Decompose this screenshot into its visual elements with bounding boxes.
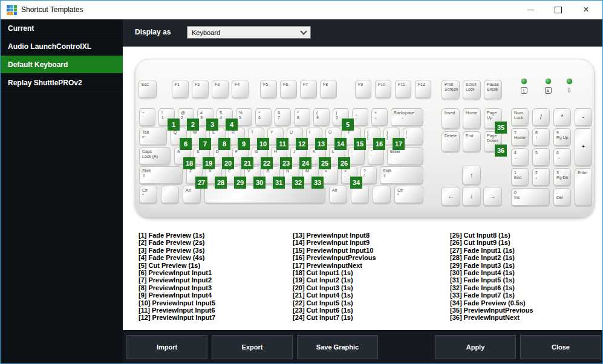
legend-entry: [16] PreviewInputPrevious: [293, 254, 376, 261]
key-label: F5: [261, 80, 276, 87]
legend-entry: [2] Fade Preview (2s): [139, 239, 215, 246]
legend-entry: [24] Cut Input7 (1s): [293, 314, 376, 321]
close-button[interactable]: Close: [520, 335, 601, 359]
key-label: F7: [301, 80, 316, 87]
key-delete: Delete: [442, 131, 460, 152]
key-page-down: PageDown36: [484, 131, 502, 152]
sidebar-item-replay-shuttleprov2[interactable]: Replay ShuttlePROv2: [1, 74, 123, 92]
key-label: Esc: [139, 80, 156, 87]
legend-entry: [19] Cut Input2 (1s): [293, 276, 376, 284]
legend-entry: [36] PreviewInputNext: [450, 314, 533, 321]
key-page-up: PageUp35: [484, 108, 502, 129]
legend-entry: [21] Cut Input4 (1s): [293, 291, 376, 299]
key-blank: *: [553, 108, 571, 126]
key-label: Backspace ←: [391, 109, 423, 120]
app-logo-icon: [7, 5, 17, 15]
key-label: Enter: [575, 169, 592, 175]
key-label: F1: [172, 80, 188, 87]
close-window-button[interactable]: ×: [572, 1, 600, 19]
key-num-lock: NumLock: [511, 108, 529, 126]
legend-entry: [4] Fade Preview (4s): [139, 254, 215, 261]
app-logo-tile: [7, 12, 10, 15]
shortcut-badge-7: 7: [199, 138, 211, 150]
key-label: Y: [268, 128, 283, 135]
legend-entry: [18] Cut Input1 (1s): [293, 269, 376, 276]
key-label: 2↓: [533, 169, 549, 180]
minimize-button[interactable]: [517, 1, 544, 19]
key-5: %5: [236, 108, 252, 126]
apply-button[interactable]: Apply: [435, 335, 516, 359]
shortcut-badge-17: 17: [393, 138, 405, 150]
key-label: U: [287, 128, 302, 135]
key-label: F12: [416, 80, 431, 87]
key-blank: -: [575, 108, 592, 126]
import-button[interactable]: Import: [126, 335, 207, 359]
minimize-icon: [527, 10, 534, 10]
led-indicator: A: [543, 79, 553, 94]
shortcut-badge-20: 20: [222, 157, 234, 169]
key-label: O: [326, 128, 341, 135]
key-6: 6→: [553, 148, 571, 166]
export-button[interactable]: Export: [212, 335, 293, 359]
key-blank: [161, 186, 179, 203]
key-label: 5: [533, 149, 549, 155]
display-as-dropdown[interactable]: Keyboard: [187, 26, 311, 39]
legend-entry: [32] Fade Input6 (1s): [450, 284, 533, 291]
key-f12: F12: [415, 80, 431, 98]
key-label: ↓: [463, 187, 480, 205]
maximize-button[interactable]: [544, 1, 572, 19]
legend-entry: [5] Cut Preview (1s): [139, 262, 215, 269]
key-label: +: [575, 129, 592, 165]
shortcut-badge-11: 11: [276, 138, 288, 150]
shortcut-badge-25: 25: [319, 157, 331, 169]
key-u: U12: [287, 128, 303, 145]
key-del: .Del: [553, 188, 571, 206]
shortcut-badge-27: 27: [195, 177, 207, 189]
legend-column: [13] PreviewInput Input8[14] PreviewInpu…: [293, 232, 376, 322]
legend-entry: [15] PreviewInput Input10: [293, 247, 376, 254]
save-graphic-button[interactable]: Save Graphic: [297, 335, 378, 359]
key-3-pg-dn: 3Pg Dn: [553, 168, 571, 186]
key-i: I13: [306, 128, 322, 145]
key-label: F2: [192, 80, 208, 87]
legend-entry: [27] Fade Input1 (1s): [450, 247, 533, 254]
key-blank: +=: [371, 108, 388, 126]
key-f9: F9: [355, 80, 371, 98]
key-esc: Esc: [139, 80, 157, 98]
key-blank: [373, 186, 391, 203]
legend-entry: [23] Cut Input6 (1s): [293, 307, 376, 314]
sidebar-item-default-keyboard[interactable]: Default Keyboard: [1, 56, 123, 74]
key-f4: F4: [232, 80, 249, 98]
shortcut-badge-9: 9: [238, 138, 250, 150]
key-label: +=: [372, 109, 387, 120]
key-3: #33: [197, 108, 213, 126]
legend-entry: [1] Fade Preview (1s): [139, 232, 215, 239]
key-label: PageUp: [484, 109, 501, 120]
key-label: |\: [403, 128, 423, 140]
shortcut-badge-1: 1: [168, 119, 180, 131]
key-9-pg-up: 9Pg Up: [553, 128, 571, 146]
key-label: [161, 186, 178, 188]
key-blank: ↑: [462, 166, 481, 184]
key-label: -: [575, 109, 592, 125]
key-shift: Shift⇧: [380, 166, 423, 184]
key-label: %5: [236, 109, 252, 120]
key-alt: Alt: [329, 186, 347, 203]
main-panel: EscF1F2F3F4F5F6F7F8F9F10F11F12~`!11@22#3…: [123, 47, 602, 330]
legend-entry: [6] PreviewInput Input1: [139, 269, 215, 276]
key-blank: ?/: [360, 166, 377, 184]
key-label: ^6: [256, 109, 271, 120]
key-f1: F1: [172, 80, 189, 98]
key-label: NumLock: [512, 109, 528, 120]
shortcut-badge-15: 15: [354, 138, 366, 150]
key-label: 3Pg Dn: [554, 169, 570, 180]
key-8: *8: [294, 108, 310, 126]
legend-entry: [10] PreviewInput Input5: [139, 299, 215, 307]
sidebar-item-current[interactable]: Current: [1, 19, 123, 37]
key-blank: →: [483, 187, 502, 206]
key-label: Ctr*: [395, 186, 423, 198]
footer-bar: ImportExportSave GraphicApplyClose: [123, 330, 602, 363]
sidebar-item-audio-launchcontrolxl[interactable]: Audio LaunchControlXL: [1, 37, 123, 56]
key-label: 1End: [512, 169, 528, 180]
key-ctr: Ctr*: [394, 186, 423, 203]
